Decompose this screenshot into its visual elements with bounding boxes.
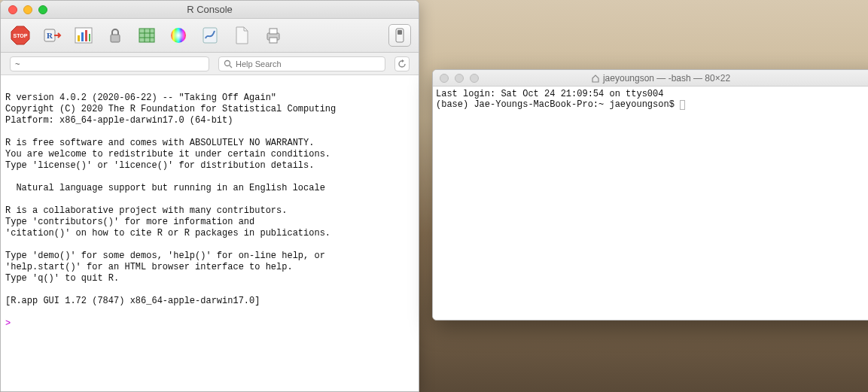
svg-rect-8 [89, 34, 90, 41]
r-search-row: ~ [1, 53, 419, 75]
dataeditor-button[interactable] [135, 23, 159, 47]
svg-rect-6 [81, 32, 84, 41]
lock-button[interactable] [103, 23, 127, 47]
terminal-titlebar[interactable]: jaeyoungson — -bash — 80×22 [433, 70, 868, 87]
svg-text:R: R [47, 31, 53, 40]
r-console-window: R Console STOP R [0, 0, 419, 392]
quartz-icon [199, 25, 221, 46]
chart-icon [73, 25, 94, 46]
svg-rect-22 [397, 30, 402, 35]
svg-line-24 [230, 65, 232, 68]
working-dir-text: ~ [15, 59, 20, 68]
lock-icon [105, 26, 125, 45]
quartz-button[interactable] [198, 23, 222, 47]
minimize-button[interactable] [455, 74, 464, 83]
table-icon [136, 25, 157, 46]
window-controls [433, 74, 479, 83]
terminal-text: Last login: Sat Oct 24 21:09:54 on ttys0… [436, 89, 868, 110]
minimize-button[interactable] [23, 5, 32, 14]
color-icon [169, 26, 188, 45]
newscript-button[interactable] [230, 23, 254, 47]
zoom-button[interactable] [38, 5, 47, 14]
terminal-title: jaeyoungson — -bash — 80×22 [433, 73, 868, 84]
svg-rect-17 [203, 28, 217, 43]
history-button[interactable] [72, 23, 96, 47]
svg-text:STOP: STOP [14, 33, 28, 38]
svg-rect-20 [270, 38, 277, 43]
preferences-button[interactable] [388, 24, 411, 47]
stop-button[interactable]: STOP [8, 23, 32, 47]
close-button[interactable] [440, 74, 449, 83]
svg-point-16 [171, 28, 186, 43]
pref-icon [394, 28, 406, 43]
terminal-output[interactable]: Last login: Sat Oct 24 21:09:54 on ttys0… [433, 87, 868, 320]
terminal-cursor [680, 100, 685, 110]
r-text: R version 4.0.2 (2020-06-22) -- "Taking … [5, 93, 336, 306]
help-search-input[interactable] [236, 59, 380, 68]
svg-rect-10 [139, 29, 154, 42]
svg-rect-7 [85, 30, 87, 41]
r-prompt: > [5, 318, 16, 329]
source-button[interactable]: R [40, 23, 64, 47]
stop-icon: STOP [10, 25, 31, 46]
close-button[interactable] [8, 5, 17, 14]
svg-rect-5 [78, 35, 80, 41]
r-titlebar[interactable]: R Console [1, 1, 419, 19]
window-title: R Console [1, 4, 419, 15]
help-search-box[interactable] [218, 56, 385, 71]
refresh-button[interactable] [394, 56, 410, 71]
svg-point-23 [225, 60, 230, 65]
r-toolbar: STOP R [1, 19, 419, 53]
terminal-window: jaeyoungson — -bash — 80×22 Last login: … [432, 69, 868, 321]
window-controls [1, 5, 47, 14]
colors-button[interactable] [166, 23, 190, 47]
svg-rect-19 [270, 29, 277, 34]
svg-rect-9 [111, 35, 120, 42]
print-icon [263, 25, 284, 46]
r-arrow-icon: R [41, 25, 62, 46]
home-icon [591, 74, 600, 83]
print-button[interactable] [261, 23, 285, 47]
refresh-icon [397, 59, 407, 68]
zoom-button[interactable] [470, 74, 479, 83]
new-icon [232, 25, 251, 46]
search-icon [224, 59, 233, 68]
terminal-title-text: jaeyoungson — -bash — 80×22 [603, 73, 730, 84]
working-dir-box[interactable]: ~ [10, 56, 209, 71]
r-console-output[interactable]: R version 4.0.2 (2020-06-22) -- "Taking … [1, 75, 419, 391]
